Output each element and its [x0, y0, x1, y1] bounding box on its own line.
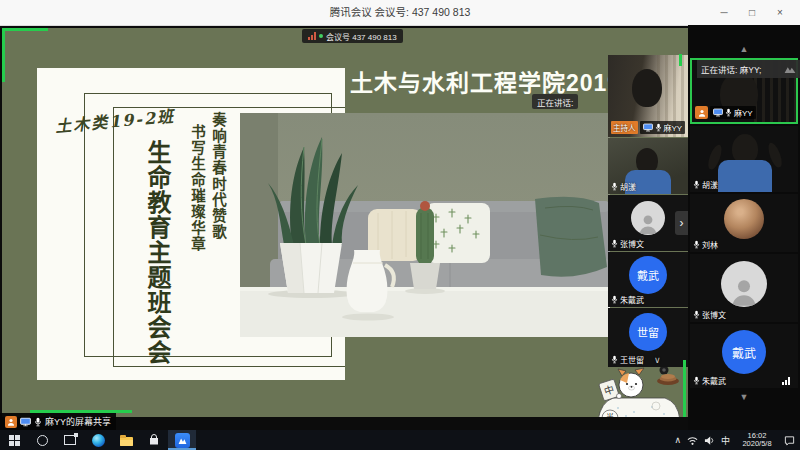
mic-icon	[34, 417, 42, 427]
participants-sidebar: ▲ 麻YY 正在讲话: 麻YY;	[688, 25, 800, 430]
volume-icon[interactable]	[704, 435, 715, 446]
scroll-down-icon[interactable]: ▼	[688, 393, 800, 402]
participant-name: 朱戴武	[702, 375, 726, 386]
share-speaking-pill: 正在讲话:	[532, 94, 578, 109]
strip-tile-zhudaiwu: 戴武 朱戴武	[608, 252, 688, 307]
couplet-second: 书写生命璀璨华章	[187, 124, 208, 252]
screen-share-banner: 麻YY的屏幕共享	[0, 413, 116, 430]
slide-couplets: 奏响青春时代赞歌 书写生命璀璨华章	[187, 112, 229, 252]
participant-name: 胡漾	[620, 181, 636, 192]
system-tray: ∧ 中 16:02 2020/5/8	[674, 430, 800, 450]
person-icon	[7, 418, 15, 426]
task-view-icon	[64, 435, 76, 445]
screen-share-icon	[713, 108, 723, 117]
status-dot-icon	[319, 34, 323, 38]
collapse-strip-chevron-icon: ∨	[654, 355, 661, 365]
host-person-badge	[695, 106, 708, 119]
network-signal-icon	[782, 377, 790, 385]
person-silhouette-icon	[637, 213, 659, 235]
host-badge: 主持人	[611, 121, 638, 134]
mic-icon	[655, 123, 662, 132]
speaking-banner-text: 正在讲话: 麻YY;	[701, 63, 761, 75]
mic-icon	[693, 376, 700, 385]
participant-name: 麻YY	[664, 122, 683, 133]
slide-vertical-title: 生命教育主题班会会	[139, 140, 175, 365]
share-border-top	[2, 28, 48, 31]
expand-strip-chevron-icon: ›	[675, 211, 688, 235]
screen-share-icon	[20, 417, 31, 427]
mic-icon	[693, 240, 700, 249]
meeting-id-text: 会议号 437 490 813	[326, 31, 397, 42]
mic-icon	[725, 108, 732, 117]
scroll-up-icon[interactable]: ▲	[688, 45, 800, 54]
avatar: 戴武	[722, 330, 766, 374]
video-tile-zhudaiwu[interactable]: 戴武 朱戴武	[690, 324, 798, 388]
person-silhouette	[632, 69, 662, 107]
clock-date: 2020/5/8	[742, 439, 771, 448]
store-button[interactable]	[140, 430, 168, 450]
strip-tile-zhangbowen: 张博文 ›	[608, 195, 688, 251]
sticker-sign2-text: 半	[606, 412, 614, 417]
participant-name: 张博文	[620, 238, 644, 249]
avatar	[721, 261, 767, 307]
window-controls: ─ □ ×	[710, 0, 794, 25]
strip-tile-huyang: 胡漾	[608, 138, 688, 194]
shared-screen-region: 会议号 437 490 813 土木与水利工程学院2019级 正在讲话: 土木类…	[2, 28, 688, 417]
search-button[interactable]	[28, 430, 56, 450]
captured-video-strip: 主持人 麻YY 胡漾	[608, 55, 688, 405]
tencent-meeting-logo-icon	[783, 65, 797, 74]
video-tile-liulin[interactable]: 刘林	[690, 194, 798, 252]
tray-chevron-icon[interactable]: ∧	[674, 435, 681, 445]
windows-taskbar: ∧ 中 16:02 2020/5/8	[0, 430, 800, 450]
share-border-right-top	[679, 54, 682, 66]
store-bag-icon	[148, 434, 160, 446]
edge-button[interactable]	[84, 430, 112, 450]
avatar	[631, 201, 665, 235]
window-titlebar: 腾讯会议 会议号: 437 490 813 ─ □ ×	[0, 0, 800, 26]
mic-icon	[611, 182, 618, 191]
signal-bars-icon	[308, 32, 316, 40]
mic-icon	[611, 355, 618, 364]
clock[interactable]: 16:02 2020/5/8	[736, 432, 778, 449]
participant-name: 麻YY	[734, 107, 753, 118]
video-tile-huyang[interactable]: 胡漾	[690, 126, 798, 192]
video-tile-zhangbowen[interactable]: 张博文	[690, 254, 798, 322]
close-button[interactable]: ×	[766, 7, 794, 18]
ime-indicator[interactable]: 中	[721, 434, 730, 447]
minimize-button[interactable]: ─	[710, 7, 738, 18]
task-view-button[interactable]	[56, 430, 84, 450]
avatar: 戴武	[629, 256, 667, 294]
tencent-meeting-window: 腾讯会议 会议号: 437 490 813 ─ □ × 会议号 437 490 …	[0, 0, 800, 450]
share-banner-text: 麻YY的屏幕共享	[45, 415, 111, 428]
mic-icon	[611, 239, 618, 248]
action-center-icon[interactable]	[784, 435, 795, 446]
person-silhouette-icon	[729, 277, 759, 307]
person-shirt	[718, 160, 772, 192]
person-icon	[698, 109, 706, 117]
meeting-id-pill: 会议号 437 490 813	[302, 29, 403, 43]
mic-icon	[693, 180, 700, 189]
participant-name: 张博文	[702, 309, 726, 320]
start-button[interactable]	[0, 430, 28, 450]
slide-header-title: 土木与水利工程学院2019级	[350, 64, 645, 98]
screen-share-icon	[643, 123, 653, 132]
avatar: 世留	[629, 313, 667, 351]
windows-logo-icon	[9, 435, 20, 446]
folder-icon	[120, 437, 133, 446]
tencent-meeting-taskbar-button[interactable]	[168, 430, 196, 450]
strip-tile-mayy: 主持人 麻YY	[608, 55, 688, 137]
participant-name: 刘林	[702, 239, 718, 250]
share-border-right	[683, 360, 686, 417]
maximize-button[interactable]: □	[738, 7, 766, 18]
participant-name: 朱戴武	[620, 294, 644, 305]
edge-browser-icon	[92, 434, 105, 447]
participant-name: 胡漾	[702, 179, 718, 190]
tencent-meeting-app-icon	[175, 433, 190, 448]
file-explorer-button[interactable]	[112, 430, 140, 450]
wifi-icon[interactable]	[687, 435, 698, 446]
search-icon	[37, 435, 48, 446]
strip-tile-wangshiliu: 世留 王世留 ∨	[608, 308, 688, 367]
mic-icon	[693, 310, 700, 319]
mic-icon	[611, 295, 618, 304]
avatar	[724, 199, 764, 239]
